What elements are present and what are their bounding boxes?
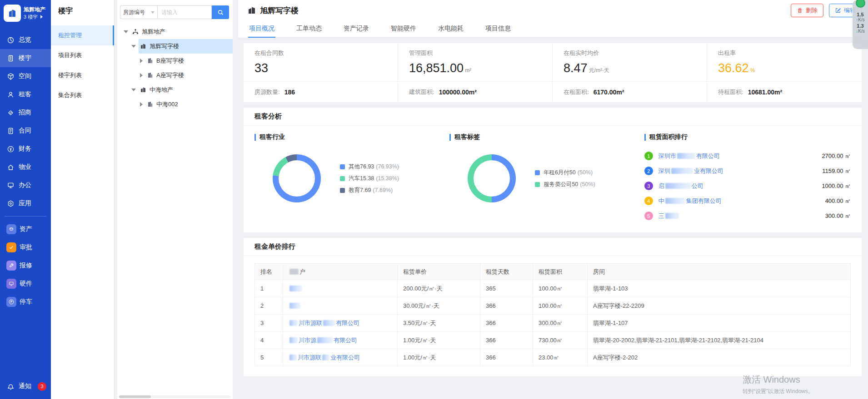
title-bar: [254, 134, 256, 141]
tree-node-org[interactable]: 旭辉地产: [117, 25, 233, 39]
tree-search-bar: 房源编号: [120, 5, 229, 19]
stat-card-avg-price: 在租实时均价 8.47元/m²·天 在租面积:6170.00m²: [553, 43, 707, 102]
building-title-icon: [247, 6, 256, 15]
tab-utilities[interactable]: 水电能耗: [437, 21, 464, 37]
menu-item-rent-control[interactable]: 租控管理: [51, 25, 114, 45]
company-link[interactable]: 三: [658, 212, 680, 220]
redaction: [289, 303, 300, 309]
sidebar-item-apps[interactable]: 应用: [0, 194, 51, 212]
tab-asset-records[interactable]: 资产记录: [343, 21, 370, 37]
sidebar-item-finance[interactable]: 财务: [0, 140, 51, 158]
sidebar-item-office[interactable]: 办公: [0, 176, 51, 194]
tree-node-org-zhonghai[interactable]: 中海地产: [117, 83, 233, 97]
tenant-link[interactable]: 川市源联有限公司: [283, 315, 398, 332]
company-link[interactable]: 深圳业有限公司: [658, 167, 723, 175]
sidebar-item-tenants[interactable]: 租客: [0, 85, 51, 103]
col-tenant: 户: [283, 264, 398, 280]
tree-node-zhonghai-002[interactable]: 中海002: [117, 97, 233, 112]
sidebar-item-assets[interactable]: 资产: [0, 220, 51, 238]
org-sub: 3 楼宇: [24, 14, 38, 20]
investment-icon: [6, 108, 15, 117]
sidebar-item-buildings[interactable]: 楼宇: [0, 49, 51, 67]
sidebar-item-approvals[interactable]: 审批: [0, 238, 51, 256]
network-speed-widget[interactable]: 1.5 ↑K/s 1.3 ↓K/s: [853, 0, 868, 49]
sidebar-item-label: 招商: [19, 108, 31, 117]
section-title: 租金单价排行: [244, 238, 862, 256]
delete-button[interactable]: 删除: [791, 4, 823, 17]
org-switcher[interactable]: 旭辉地产 3 楼宇: [0, 0, 51, 22]
redaction: [665, 198, 685, 204]
tree-node-building-selected[interactable]: 旭辉写字楼: [117, 39, 233, 54]
caret-down-icon[interactable]: [131, 89, 136, 91]
menu-item-building-list[interactable]: 楼宇列表: [51, 65, 114, 85]
tab-work-orders[interactable]: 工单动态: [295, 21, 323, 37]
org-name: 旭辉地产: [24, 6, 45, 14]
buildings-icon: [6, 54, 15, 62]
caret-right-icon[interactable]: [140, 73, 143, 78]
chart-tenant-industry: 租客行业 其他76.93(76.93%) 汽车15.38(15.38%) 教育7…: [254, 133, 449, 223]
tenant-link[interactable]: 川市源有限公司: [283, 332, 398, 349]
tenant-link[interactable]: 川市源联业有限公司: [283, 349, 398, 366]
sidebar-item-property[interactable]: 物业: [0, 158, 51, 176]
sidebar-item-contracts[interactable]: 合同: [0, 122, 51, 140]
building-logo-icon: [7, 8, 18, 19]
company-link[interactable]: 深圳市有限公司: [658, 152, 720, 160]
tenant-link[interactable]: [283, 280, 398, 297]
sidebar-item-repairs[interactable]: 报修: [0, 256, 51, 275]
tree-horizontal-scrollbar[interactable]: [119, 395, 231, 398]
sidebar-item-space[interactable]: 空间: [0, 67, 51, 85]
office-icon: [6, 181, 15, 189]
sidebar-item-overview[interactable]: 总览: [0, 31, 51, 49]
approval-icon: [6, 242, 16, 252]
legend-dot: [340, 164, 345, 169]
company-link[interactable]: 中集团有限公司: [658, 197, 722, 205]
rent-ranking-table: 排名 户 租赁单价 租赁天数 租赁面积 房间 1 200.00元/㎡·天: [254, 263, 851, 366]
redaction: [677, 153, 695, 159]
building-tree-panel: 房源编号 旭辉地产 旭辉写字楼 B座写字楼: [117, 0, 233, 399]
sidebar-item-investment[interactable]: 招商: [0, 103, 51, 122]
search-input[interactable]: [157, 5, 212, 19]
sidebar-item-hardware[interactable]: 硬件: [0, 275, 51, 293]
stat-card-occupancy: 出租率 36.62% 待租面积:10681.00m²: [707, 43, 862, 102]
building-icon: [140, 86, 147, 94]
sidebar-item-notifications[interactable]: 通知 3: [0, 378, 51, 394]
org-icon: [132, 28, 139, 35]
caret-right-icon[interactable]: [140, 102, 143, 107]
table-row: 1 200.00元/㎡·天 365 100.00㎡ 翡翠湖-1-103: [255, 280, 851, 297]
redaction: [665, 213, 679, 219]
tree-node-tower-a[interactable]: A座写字楼: [117, 68, 233, 83]
upload-speed: 1.5: [853, 12, 868, 17]
search-button[interactable]: [212, 5, 229, 19]
sidebar-item-label: 硬件: [20, 280, 32, 288]
company-link[interactable]: 启公司: [658, 182, 703, 190]
redaction: [289, 320, 298, 326]
caret-down-icon[interactable]: [131, 45, 136, 48]
sidebar-item-parking[interactable]: P 停车: [0, 293, 51, 311]
search-type-select[interactable]: 房源编号: [120, 5, 157, 19]
caret-right-icon[interactable]: [140, 59, 143, 63]
tenant-analysis-panel: 租客分析 租客行业 其他76.93(76.93%) 汽车15.38(15.38%…: [244, 108, 862, 232]
table-row: 5 川市源联业有限公司 1.00元/㎡·天 366 23.00㎡ A座写字楼-2…: [255, 349, 851, 366]
menu-item-project-list[interactable]: 项目列表: [51, 45, 114, 65]
project-header: 旭辉写字楼 删除 编辑 项目概况 工单动态 资产记录 智能硬件: [238, 0, 868, 38]
sidebar-item-label: 租客: [19, 90, 31, 99]
main-content: 旭辉写字楼 删除 编辑 项目概况 工单动态 资产记录 智能硬件: [238, 0, 868, 399]
table-header-row: 排名 户 租赁单价 租赁天数 租赁面积 房间: [255, 264, 851, 280]
tab-overview[interactable]: 项目概况: [248, 21, 275, 37]
caret-down-icon[interactable]: [124, 30, 128, 33]
tab-smart-hardware[interactable]: 智能硬件: [390, 21, 417, 37]
sidebar-item-label: 应用: [19, 199, 31, 207]
rank-badge: 3: [644, 182, 653, 190]
menu-item-collection-list[interactable]: 集合列表: [51, 85, 114, 105]
speed-ball-icon[interactable]: [856, 0, 865, 8]
tab-project-info[interactable]: 项目信息: [484, 21, 512, 37]
table-row: 2 30.00元/㎡·天 366 100.00㎡ A座写字楼-22-2209: [255, 297, 851, 315]
tree-node-tower-b[interactable]: B座写字楼: [117, 54, 233, 68]
building-icon: [146, 101, 154, 108]
stat-value: 8.47: [564, 61, 588, 75]
tenant-link[interactable]: [283, 297, 398, 315]
stat-value: 33: [254, 61, 268, 75]
property-icon: [6, 163, 15, 171]
org-expand-icon[interactable]: [40, 15, 43, 19]
building-icon: [140, 43, 147, 50]
